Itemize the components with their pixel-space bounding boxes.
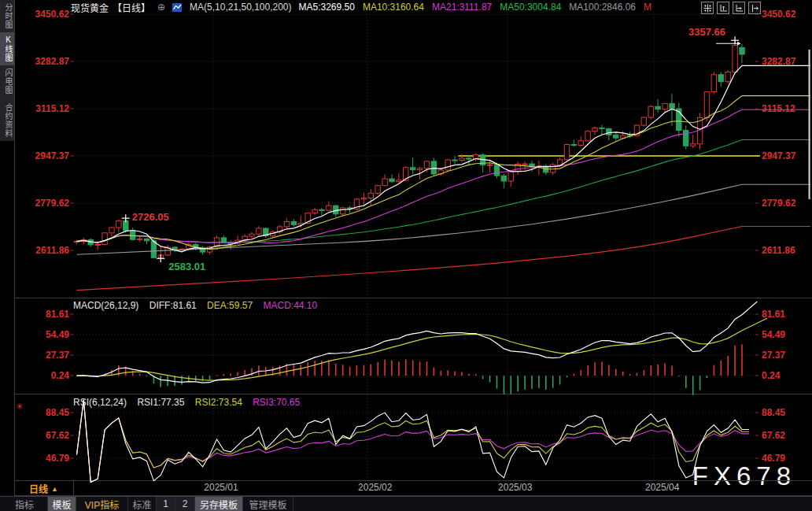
candle <box>508 171 513 187</box>
candle <box>438 168 443 176</box>
candle <box>131 228 135 240</box>
candle <box>151 239 156 258</box>
macd-bar <box>216 376 218 376</box>
macd-bar <box>524 376 526 389</box>
macd-bar <box>335 364 337 376</box>
candle <box>690 135 695 148</box>
expand-icon[interactable]: ⊕ <box>157 2 165 13</box>
ma5-line <box>77 65 811 251</box>
candle <box>291 219 296 227</box>
macd-bar <box>587 365 589 376</box>
toolbar-tab-4[interactable]: 1 <box>157 497 175 511</box>
macd-bar <box>328 360 330 376</box>
toolbar-tab-6[interactable]: 另存模板 <box>195 497 243 511</box>
macd-macd-readout: MACD:44.10 <box>263 300 317 311</box>
macd-bar <box>734 346 736 376</box>
sidebar-item-1[interactable]: K线图 <box>0 32 14 65</box>
period-selector[interactable]: 日线 ▲ <box>15 482 72 495</box>
ma-readouts: MA5:3269.50MA10:3160.64MA21:3111.87MA50:… <box>299 2 660 13</box>
macd-bar <box>461 372 463 376</box>
candle <box>221 235 226 243</box>
mini-chart-icon[interactable] <box>172 2 183 13</box>
candle <box>467 155 471 165</box>
sidebar-item-0[interactable]: 分时图 <box>0 0 14 32</box>
macd-bar <box>118 365 120 376</box>
candle <box>460 154 464 163</box>
toolbar-tab-5[interactable]: 2 <box>175 497 195 511</box>
scale-horizontal-icon[interactable] <box>733 2 745 14</box>
toolbar-tab-2[interactable]: VIP指标 <box>76 497 128 511</box>
rsi3-readout: RSI3:70.65 <box>253 397 300 408</box>
ma-readout-5: M <box>644 2 651 13</box>
candle <box>327 202 331 211</box>
price-annotation: 3357.66 <box>688 26 725 38</box>
candle <box>445 159 450 172</box>
date-label: 2025/03 <box>498 482 533 493</box>
macd-bar <box>125 366 127 376</box>
candle <box>641 117 646 127</box>
pan-right-icon[interactable] <box>748 2 761 14</box>
chart-canvas[interactable]: 3450.623450.623282.873282.873115.123115.… <box>0 0 812 511</box>
toolbar-tab-7[interactable]: 管理模板 <box>243 497 293 511</box>
candle <box>375 185 380 195</box>
macd-bar <box>160 376 161 387</box>
candle <box>397 173 401 183</box>
macd-bar <box>286 364 288 376</box>
toolbar-tab-1[interactable]: 模板 <box>48 497 76 511</box>
macd-bar <box>504 376 505 394</box>
macd-axis-label: 0.24 <box>762 370 781 381</box>
macd-bar <box>721 361 722 376</box>
candle <box>480 154 485 172</box>
date-label: 2025/02 <box>358 482 393 493</box>
macd-bar <box>272 367 274 376</box>
price-axis-label: 2611.86 <box>35 245 69 256</box>
candle <box>607 128 611 140</box>
rsi-title: RSI(6,12,24) <box>73 397 127 408</box>
macd-axis-label: 27.37 <box>762 350 785 361</box>
candle <box>382 174 387 186</box>
candle <box>733 40 737 73</box>
macd-bar <box>538 376 540 388</box>
macd-bar <box>97 376 98 377</box>
price-axis-label: 3450.62 <box>35 9 70 20</box>
period-label: 【日线】 <box>113 1 150 14</box>
candle <box>109 227 114 236</box>
sidebar-item-2[interactable]: 闪电图 <box>0 65 14 98</box>
macd-bar <box>426 361 428 376</box>
macd-bar <box>552 376 554 387</box>
macd-bar <box>76 376 78 376</box>
macd-bar <box>364 365 365 376</box>
scrollbar-thumb[interactable] <box>809 50 810 199</box>
macd-bar <box>356 365 358 376</box>
candle <box>347 206 352 213</box>
macd-bar <box>434 368 435 376</box>
candle <box>158 246 163 258</box>
candle <box>557 157 562 167</box>
toolbar-tab-0[interactable]: 指标 <box>2 497 48 511</box>
macd-bar <box>441 371 442 376</box>
candle <box>124 218 128 232</box>
scale-vertical-icon[interactable] <box>717 2 729 14</box>
candle <box>684 126 688 150</box>
candle <box>740 44 744 63</box>
macd-bar <box>307 362 308 376</box>
ma200-line <box>77 227 811 291</box>
macd-bar <box>581 370 582 376</box>
price-axis-label: 2779.62 <box>35 198 70 209</box>
toolbar-tab-3[interactable]: 标准 <box>128 497 157 511</box>
macd-bar <box>511 376 512 394</box>
fx678-watermark: FX678 <box>692 461 796 491</box>
macd-bar <box>714 365 715 376</box>
macd-bar <box>637 372 638 376</box>
chart-type-sidebar: 分时图K线图闪电图合约资料 <box>0 0 14 496</box>
macd-bar <box>608 365 610 376</box>
candle <box>319 208 324 216</box>
sidebar-item-3[interactable]: 合约资料 <box>0 100 14 141</box>
candle <box>627 131 632 138</box>
period-selector-arrow: ▲ <box>51 485 58 493</box>
candle <box>424 161 429 172</box>
macd-bar <box>531 376 533 389</box>
crosshair-icon[interactable] <box>701 2 714 14</box>
candle <box>264 228 268 238</box>
macd-bar <box>594 362 596 376</box>
